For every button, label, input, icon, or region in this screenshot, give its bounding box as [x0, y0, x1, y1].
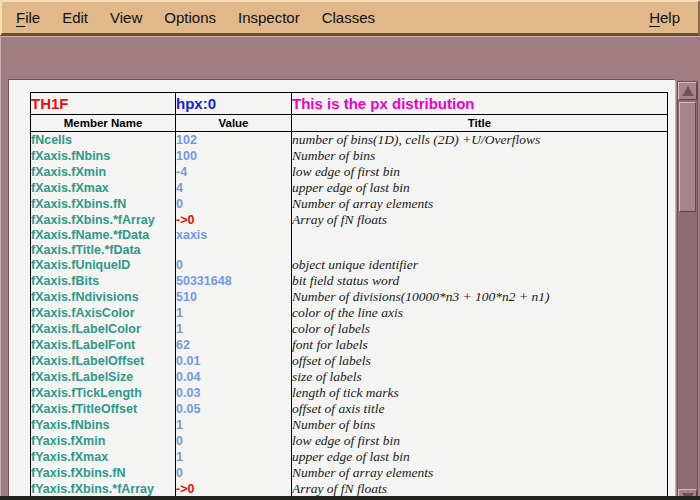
member-name: fXaxis.fBits: [31, 273, 176, 289]
vertical-scroll-thumb[interactable]: [679, 102, 696, 212]
member-row[interactable]: fXaxis.fName.*fDataxaxis: [31, 228, 668, 243]
member-row[interactable]: fYaxis.fNbins1Number of bins: [31, 417, 668, 433]
member-row[interactable]: fXaxis.fLabelColor1color of labels: [31, 321, 668, 337]
menu-item-inspector[interactable]: Inspector: [227, 5, 311, 30]
member-value: 510: [176, 289, 292, 305]
member-row[interactable]: fXaxis.fTickLength0.03length of tick mar…: [31, 385, 668, 401]
menu-item-help[interactable]: Help: [641, 5, 688, 30]
member-row[interactable]: fXaxis.fBits50331648bit field status wor…: [31, 273, 668, 289]
member-name: fXaxis.fLabelFont: [31, 337, 176, 353]
member-value: 0.05: [176, 401, 292, 417]
member-value: 62: [176, 337, 292, 353]
class-name: TH1F: [31, 93, 176, 115]
member-row[interactable]: fXaxis.fXbins.*fArray->0Array of fN floa…: [31, 212, 668, 228]
member-value: 0.01: [176, 353, 292, 369]
member-value: ->0: [176, 212, 292, 228]
member-title: bit field status word: [292, 273, 668, 289]
member-title: Number of bins: [292, 417, 668, 433]
vertical-scrollbar[interactable]: [677, 81, 698, 500]
member-title: Array of fN floats: [292, 212, 668, 228]
member-title: upper edge of last bin: [292, 180, 668, 196]
member-title: length of tick marks: [292, 385, 668, 401]
table-viewport: TH1F hpx:0 This is the px distribution M…: [9, 80, 675, 500]
member-name: fXaxis.fXmax: [31, 180, 176, 196]
member-row[interactable]: fXaxis.fTitleOffset0.05offset of axis ti…: [31, 401, 668, 417]
member-name: fXaxis.fNbins: [31, 148, 176, 164]
member-title: color of labels: [292, 321, 668, 337]
member-value: 0: [176, 433, 292, 449]
member-title: Number of bins: [292, 148, 668, 164]
window-bottom-edge: [0, 496, 700, 500]
member-name: fXaxis.fAxisColor: [31, 305, 176, 321]
member-title: offset of axis title: [292, 401, 668, 417]
member-value: ->0: [176, 481, 292, 497]
member-value: 102: [176, 132, 292, 149]
member-row[interactable]: fNcells102number of bins(1D), cells (2D)…: [31, 132, 668, 149]
member-value: 0.03: [176, 385, 292, 401]
inspector-table: TH1F hpx:0 This is the px distribution M…: [30, 92, 668, 500]
column-header-title[interactable]: Title: [292, 115, 668, 132]
member-title: [292, 243, 668, 258]
member-name: fXaxis.fTitleOffset: [31, 401, 176, 417]
member-value: 4: [176, 180, 292, 196]
member-row[interactable]: fXaxis.fNdivisions510Number of divisions…: [31, 289, 668, 305]
member-value: 1: [176, 321, 292, 337]
member-row[interactable]: fXaxis.fNbins100Number of bins: [31, 148, 668, 164]
member-row[interactable]: fYaxis.fXmax1upper edge of last bin: [31, 449, 668, 465]
member-value: xaxis: [176, 228, 292, 243]
member-value: 0: [176, 196, 292, 212]
member-row[interactable]: fXaxis.fAxisColor1color of the line axis: [31, 305, 668, 321]
member-row[interactable]: fXaxis.fTitle.*fData: [31, 243, 668, 258]
object-title: This is the px distribution: [292, 93, 668, 115]
member-name: fYaxis.fNbins: [31, 417, 176, 433]
member-row[interactable]: fXaxis.fLabelSize0.04size of labels: [31, 369, 668, 385]
member-row[interactable]: fXaxis.fXbins.fN0Number of array element…: [31, 196, 668, 212]
member-title: color of the line axis: [292, 305, 668, 321]
member-name: fXaxis.fXbins.*fArray: [31, 212, 176, 228]
menu-bar: FileEditViewOptionsInspectorClasses Help: [0, 0, 700, 36]
member-value: 0: [176, 257, 292, 273]
member-name: fXaxis.fTitle.*fData: [31, 243, 176, 258]
member-row[interactable]: fXaxis.fXmin-4low edge of first bin: [31, 164, 668, 180]
object-name: hpx:0: [176, 93, 292, 115]
member-name: fXaxis.fXbins.fN: [31, 196, 176, 212]
menu-items-left: FileEditViewOptionsInspectorClasses: [2, 5, 386, 30]
column-header-value[interactable]: Value: [176, 115, 292, 132]
member-row[interactable]: fXaxis.fXmax4upper edge of last bin: [31, 180, 668, 196]
member-row[interactable]: fXaxis.fUniqueID0object unique identifie…: [31, 257, 668, 273]
member-name: fXaxis.fTickLength: [31, 385, 176, 401]
member-value: 1: [176, 449, 292, 465]
member-row[interactable]: fXaxis.fLabelOffset0.01offset of labels: [31, 353, 668, 369]
member-row[interactable]: fYaxis.fXbins.fN0Number of array element…: [31, 465, 668, 481]
mnemonic-underline: F: [16, 9, 25, 26]
menu-item-file[interactable]: File: [5, 5, 51, 30]
member-value: 1: [176, 305, 292, 321]
member-name: fYaxis.fXmax: [31, 449, 176, 465]
menu-item-view[interactable]: View: [99, 5, 153, 30]
scroll-up-button[interactable]: [678, 82, 697, 100]
member-title: Array of fN floats: [292, 481, 668, 497]
member-value: 0: [176, 465, 292, 481]
arrow-up-icon: [682, 86, 694, 96]
member-title: Number of divisions(10000*n3 + 100*n2 + …: [292, 289, 668, 305]
root-inspector-window: FileEditViewOptionsInspectorClasses Help…: [0, 0, 700, 500]
vertical-scroll-track[interactable]: [678, 100, 697, 489]
member-title: Number of array elements: [292, 196, 668, 212]
menu-item-classes[interactable]: Classes: [311, 5, 386, 30]
object-header-row: TH1F hpx:0 This is the px distribution: [31, 93, 668, 115]
column-header-member-name[interactable]: Member Name: [31, 115, 176, 132]
menu-item-edit[interactable]: Edit: [51, 5, 99, 30]
mnemonic-underline: H: [649, 9, 660, 26]
member-value: -4: [176, 164, 292, 180]
member-title: number of bins(1D), cells (2D) +U/Overfl…: [292, 132, 668, 149]
member-row[interactable]: fXaxis.fLabelFont62font for labels: [31, 337, 668, 353]
member-value: 50331648: [176, 273, 292, 289]
member-title: size of labels: [292, 369, 668, 385]
menu-item-options[interactable]: Options: [153, 5, 227, 30]
member-name: fXaxis.fLabelSize: [31, 369, 176, 385]
member-title: object unique identifier: [292, 257, 668, 273]
member-title: [292, 228, 668, 243]
member-row[interactable]: fYaxis.fXmin0low edge of first bin: [31, 433, 668, 449]
member-row[interactable]: fYaxis.fXbins.*fArray->0Array of fN floa…: [31, 481, 668, 497]
column-header-row: Member Name Value Title: [31, 115, 668, 132]
